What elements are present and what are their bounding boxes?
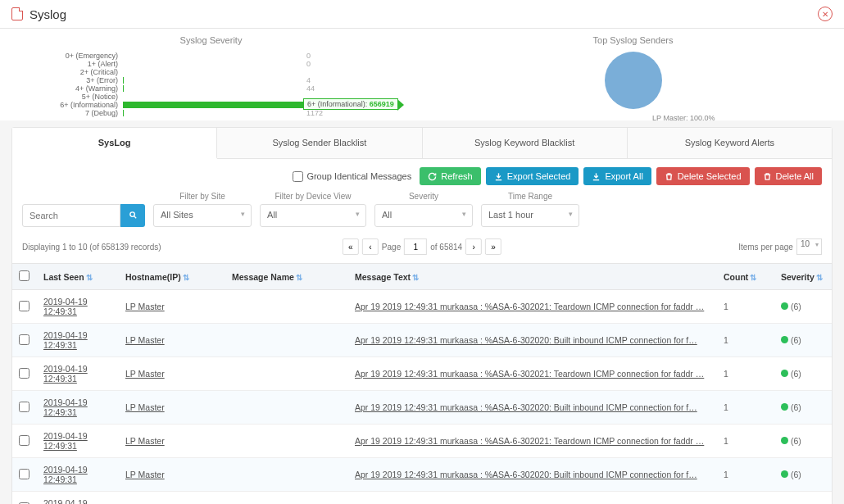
last-page-button[interactable]: »	[485, 238, 501, 255]
filter-time-select[interactable]: Last 1 hour	[481, 204, 579, 227]
row-select-checkbox[interactable]	[19, 334, 29, 345]
pager-row: Displaying 1 to 10 (of 658139 records) «…	[12, 235, 832, 263]
cell-hostname[interactable]: LP Master	[125, 369, 165, 379]
next-page-button[interactable]: ›	[465, 238, 482, 255]
hbar-category-label: 1+ (Alert)	[16, 60, 123, 68]
col-count[interactable]: Count⇅	[717, 264, 774, 290]
col-message-name[interactable]: Message Name⇅	[225, 264, 348, 290]
sort-icon: ⇅	[750, 273, 756, 282]
cell-severity: (6)	[774, 324, 832, 357]
col-severity[interactable]: Severity⇅	[774, 264, 832, 290]
filter-site-select[interactable]: All Sites	[153, 204, 252, 227]
cell-message-text[interactable]: Apr 19 2019 12:49:31 murkaasa : %ASA-6-3…	[355, 335, 697, 345]
page-header: Syslog ✕	[0, 0, 844, 29]
content-panel: SysLogSyslog Sender BlacklistSyslog Keyw…	[11, 127, 833, 504]
hbar-track	[123, 85, 303, 92]
close-button[interactable]: ✕	[818, 7, 833, 21]
hbar-value-label: 44	[303, 84, 315, 93]
search-input[interactable]	[22, 204, 120, 227]
group-identical-checkbox-wrap[interactable]: Group Identical Messages	[293, 171, 411, 182]
cell-message-name	[225, 357, 348, 391]
select-all-checkbox[interactable]	[19, 270, 29, 281]
chart-severity-title: Syslog Severity	[0, 35, 422, 45]
row-select-checkbox[interactable]	[19, 402, 29, 412]
tab-syslog-keyword-blacklist[interactable]: Syslog Keyword Blacklist	[423, 128, 628, 158]
cell-last-seen[interactable]: 2019-04-19 12:49:31	[43, 297, 88, 316]
refresh-button[interactable]: Refresh	[420, 167, 481, 185]
severity-dot-icon	[781, 403, 788, 411]
items-per-page-label: Items per page	[738, 243, 793, 252]
cell-last-seen[interactable]: 2019-04-19 12:49:31	[43, 498, 88, 504]
tab-syslog-keyword-alerts[interactable]: Syslog Keyword Alerts	[628, 128, 832, 158]
cell-message-text[interactable]: Apr 19 2019 12:49:31 murkaasa : %ASA-6-3…	[355, 470, 697, 479]
cell-count: 1	[717, 324, 774, 357]
cell-message-name	[225, 290, 348, 324]
cell-hostname[interactable]: LP Master	[125, 402, 165, 412]
cell-hostname[interactable]: LP Master	[125, 436, 165, 446]
cell-hostname[interactable]: LP Master	[125, 470, 165, 479]
hbar-callout: 6+ (Informational): 656919	[303, 98, 398, 110]
trash-icon	[763, 172, 772, 181]
cell-message-text[interactable]: Apr 19 2019 12:49:31 murkaasa : %ASA-6-3…	[355, 369, 704, 379]
tab-syslog[interactable]: SysLog	[12, 128, 217, 159]
prev-page-button[interactable]: ‹	[362, 238, 379, 255]
charts-row: Syslog Severity 0+ (Emergency)01+ (Alert…	[0, 29, 844, 120]
severity-dot-icon	[781, 370, 788, 377]
cell-hostname[interactable]: LP Master	[125, 302, 165, 311]
cell-severity: (6)	[774, 458, 832, 492]
refresh-icon	[428, 172, 437, 181]
cell-last-seen[interactable]: 2019-04-19 12:49:31	[43, 431, 88, 451]
table-row: 2019-04-19 12:49:31LP MasterApr 19 2019 …	[12, 458, 832, 492]
cell-last-seen[interactable]: 2019-04-19 12:49:31	[43, 330, 88, 350]
col-hostname[interactable]: Hostname(IP)⇅	[119, 264, 225, 290]
cell-message-text[interactable]: Apr 19 2019 12:49:31 murkaasa : %ASA-6-3…	[355, 302, 704, 311]
filter-device-label: Filter by Device View	[260, 192, 366, 201]
row-select-checkbox[interactable]	[19, 435, 29, 446]
row-select-checkbox[interactable]	[19, 469, 29, 479]
severity-dot-icon	[781, 437, 788, 444]
export-all-button[interactable]: Export All	[583, 167, 651, 185]
items-per-page-select[interactable]: 10	[796, 238, 822, 255]
delete-selected-button[interactable]: Delete Selected	[656, 167, 750, 185]
row-select-checkbox[interactable]	[19, 368, 29, 379]
cell-last-seen[interactable]: 2019-04-19 12:49:31	[43, 465, 88, 484]
filter-severity-select[interactable]: All	[374, 204, 473, 227]
cell-hostname[interactable]: LP Master	[125, 335, 165, 345]
delete-all-button[interactable]: Delete All	[755, 167, 822, 185]
cell-last-seen[interactable]: 2019-04-19 12:49:31	[43, 364, 88, 384]
severity-dot-icon	[781, 470, 788, 478]
row-select-checkbox[interactable]	[19, 301, 29, 311]
sort-icon: ⇅	[412, 273, 419, 282]
cell-severity: (6)	[774, 290, 832, 324]
cell-last-seen[interactable]: 2019-04-19 12:49:31	[43, 397, 88, 417]
cell-message-name	[225, 458, 348, 492]
first-page-button[interactable]: «	[343, 238, 359, 255]
hbar-track	[123, 110, 303, 116]
hbar-track: 6+ (Informational): 656919	[123, 102, 303, 108]
hbar-category-label: 4+ (Warning)	[16, 84, 123, 93]
cell-severity: (6)	[774, 492, 832, 505]
chart-senders-title: Top Syslog Senders	[422, 35, 844, 45]
export-selected-button[interactable]: Export Selected	[486, 167, 579, 185]
cell-severity: (6)	[774, 357, 832, 391]
hbar-category-label: 5+ (Notice)	[16, 93, 123, 101]
hbar-value-label: 0	[303, 60, 311, 68]
col-last-seen[interactable]: Last Seen⇅	[37, 264, 119, 290]
col-message-text[interactable]: Message Text⇅	[348, 264, 717, 290]
chart-severity: Syslog Severity 0+ (Emergency)01+ (Alert…	[0, 35, 422, 117]
group-identical-checkbox[interactable]	[293, 171, 303, 182]
cell-message-text[interactable]: Apr 19 2019 12:49:31 murkaasa : %ASA-6-3…	[355, 402, 697, 412]
search-button[interactable]	[120, 204, 145, 227]
page-input[interactable]	[404, 238, 427, 255]
table-row: 2019-04-19 12:49:31LP MasterApr 19 2019 …	[12, 290, 832, 324]
sort-icon: ⇅	[86, 273, 93, 282]
cell-message-text[interactable]: Apr 19 2019 12:49:31 murkaasa : %ASA-6-3…	[355, 436, 704, 446]
tab-syslog-sender-blacklist[interactable]: Syslog Sender Blacklist	[217, 128, 422, 158]
page-of-label: of 65814	[430, 243, 462, 252]
cell-message-name	[225, 324, 348, 357]
table-row: 2019-04-19 12:49:31LP MasterApr 19 2019 …	[12, 492, 832, 505]
hbar-track	[123, 69, 303, 75]
filter-time-label: Time Range	[481, 192, 579, 201]
filter-device-select[interactable]: All	[260, 204, 366, 227]
hbar-value-label: 4	[303, 76, 311, 84]
